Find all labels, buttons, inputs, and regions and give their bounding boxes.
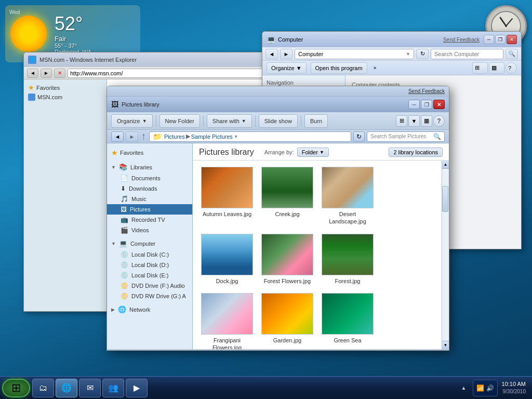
pictures-window: Send Feedback 🖼 Pictures library ─ ❐ ✕ O… bbox=[107, 86, 449, 351]
computer-titlebar[interactable]: 💻 Computer Send Feedback ─ ❐ ✕ bbox=[262, 32, 521, 47]
pic-item-5[interactable]: Forest.jpg bbox=[320, 232, 376, 287]
dvd-g-label: DVD RW Drive (G:) A bbox=[131, 293, 186, 299]
nav-item-documents[interactable]: 📄 Documents bbox=[107, 173, 192, 183]
network-tray-icon[interactable]: 📶 bbox=[476, 384, 484, 392]
nav-search-box[interactable]: Search Sample Pictures 🔍 bbox=[367, 131, 445, 142]
pic-item-6[interactable]: Frangipani Flowers.jpg bbox=[199, 291, 255, 349]
taskbar-item-users[interactable]: 👥 bbox=[102, 379, 124, 397]
breadcrumb-sample-pictures[interactable]: Sample Pictures bbox=[191, 134, 233, 140]
pictures-titlebar[interactable]: 🖼 Pictures library ─ ❐ ✕ bbox=[107, 97, 449, 112]
nav-refresh-btn[interactable]: ↻ bbox=[353, 131, 365, 142]
computer-forward-btn[interactable]: ► bbox=[280, 49, 292, 59]
breadcrumb-pictures[interactable]: Pictures bbox=[164, 134, 185, 140]
system-tray: 📶 🔊 bbox=[473, 380, 498, 396]
nav-item-local-disk-c[interactable]: 💿 Local Disk (C:) bbox=[107, 249, 192, 260]
computer-layout-btn[interactable]: ▦ bbox=[489, 62, 504, 74]
pictures-min-btn[interactable]: ─ bbox=[408, 100, 420, 109]
pictures-restore-btn[interactable]: ❐ bbox=[421, 100, 432, 109]
share-with-btn[interactable]: Share with ▼ bbox=[207, 114, 252, 128]
pic-item-4[interactable]: Forest Flowers.jpg bbox=[259, 232, 315, 287]
nav-forward-btn[interactable]: ► bbox=[126, 131, 138, 142]
computer-search-input[interactable] bbox=[431, 49, 503, 59]
scroll-up-btn[interactable]: ▲ bbox=[442, 161, 449, 169]
pic-item-0[interactable]: Autumn Leaves.jpg bbox=[199, 165, 255, 228]
nav-back-btn[interactable]: ◄ bbox=[111, 131, 124, 142]
volume-tray-icon[interactable]: 🔊 bbox=[486, 384, 494, 392]
view-icon-btn-2[interactable]: ▼ bbox=[408, 115, 420, 127]
computer-search-btn[interactable]: 🔍 bbox=[506, 49, 518, 59]
burn-btn[interactable]: Burn bbox=[304, 114, 328, 128]
pic-item-7[interactable]: Garden.jpg bbox=[259, 291, 315, 349]
computer-organize-btn[interactable]: Organize ▼ bbox=[267, 62, 307, 74]
local-disk-d-label: Local Disk (D:) bbox=[131, 262, 169, 268]
ie-sidebar: ★ Favorites MSN.com bbox=[24, 79, 107, 311]
nav-item-dvd-g[interactable]: 📀 DVD RW Drive (G:) A bbox=[107, 291, 192, 301]
computer-send-feedback[interactable]: Send Feedback bbox=[443, 37, 480, 43]
computer-help-btn[interactable]: ? bbox=[506, 62, 517, 74]
nav-item-dvd-f[interactable]: 📀 DVD Drive (F:) Audio bbox=[107, 281, 192, 291]
nav-path-breadcrumb[interactable]: 📁 Pictures ▶ Sample Pictures ▼ bbox=[149, 131, 351, 142]
taskbar-item-ie[interactable]: 🌐 bbox=[56, 379, 77, 397]
system-clock[interactable]: 10:10 AM 9/30/2010 bbox=[502, 380, 526, 395]
computer-refresh-btn[interactable]: ↻ bbox=[416, 49, 429, 59]
pictures-scrollbar[interactable]: ▲ ▼ bbox=[442, 161, 449, 349]
taskbar-item-explorer[interactable]: 🗂 bbox=[32, 379, 54, 397]
view-layout-btn[interactable]: ▦ bbox=[421, 115, 432, 127]
arrange-value: Folder bbox=[302, 149, 318, 155]
ie-fav-icon bbox=[28, 94, 35, 101]
organize-btn[interactable]: Organize ▼ bbox=[111, 114, 153, 128]
pic-item-8[interactable]: Green Sea bbox=[320, 291, 376, 349]
pic-item-2[interactable]: Desert Landscape.jpg bbox=[320, 165, 376, 228]
pictures-close-btn[interactable]: ✕ bbox=[433, 100, 445, 109]
slide-show-label: Slide show bbox=[264, 118, 292, 124]
computer-open-btn[interactable]: Open this program bbox=[311, 62, 367, 74]
slide-show-btn[interactable]: Slide show bbox=[259, 114, 298, 128]
library-locations-btn[interactable]: 2 library locations bbox=[389, 148, 443, 157]
computer-view-icon-btn[interactable]: ⊞ bbox=[472, 62, 488, 74]
taskbar-item-media[interactable]: ▶ bbox=[126, 379, 148, 397]
computer-close-btn[interactable]: ✕ bbox=[507, 35, 517, 44]
ie-favorites-bar[interactable]: ★ Favorites bbox=[28, 84, 102, 91]
nav-item-local-disk-e[interactable]: 💿 Local Disk (E:) bbox=[107, 270, 192, 281]
nav-item-pictures[interactable]: 🖼 Pictures bbox=[107, 204, 192, 215]
scroll-down-btn[interactable]: ▼ bbox=[442, 341, 449, 349]
libraries-header[interactable]: ▼ 📚 Libraries bbox=[107, 161, 192, 173]
nav-item-videos[interactable]: 🎬 Videos bbox=[107, 225, 192, 235]
help-btn[interactable]: ? bbox=[433, 115, 445, 127]
nav-item-downloads[interactable]: ⬇ Downloads bbox=[107, 183, 192, 194]
nav-item-recorded-tv[interactable]: 📺 Recorded TV bbox=[107, 215, 192, 225]
computer-address-area[interactable]: Computer ▼ bbox=[295, 49, 414, 59]
start-button[interactable]: ⊞ bbox=[2, 379, 30, 397]
search-icon[interactable]: 🔍 bbox=[433, 133, 441, 140]
ie-back-btn[interactable]: ◄ bbox=[27, 69, 38, 78]
breadcrumb-dropdown-arrow[interactable]: ▼ bbox=[234, 134, 238, 139]
computer-expand-btn[interactable]: » bbox=[374, 65, 377, 71]
computer-header[interactable]: ▼ 💻 Computer bbox=[107, 237, 192, 249]
scroll-thumb[interactable] bbox=[442, 186, 448, 212]
taskbar-item-mail[interactable]: ✉ bbox=[79, 379, 101, 397]
nav-item-music[interactable]: 🎵 Music bbox=[107, 194, 192, 204]
library-header: Pictures library Arrange by: Folder ▼ 2 … bbox=[193, 143, 449, 161]
new-folder-btn[interactable]: New Folder bbox=[159, 114, 200, 128]
view-icon-btn-1[interactable]: ⊞ bbox=[396, 115, 407, 127]
taskbar: ⊞ 🗂 🌐 ✉ 👥 ▶ ▲ 📶 🔊 bbox=[0, 376, 532, 399]
computer-min-btn[interactable]: ─ bbox=[484, 35, 494, 44]
ie-stop-btn[interactable]: ✕ bbox=[54, 69, 65, 78]
ie-address-input[interactable] bbox=[68, 69, 271, 78]
ie-forward-btn[interactable]: ► bbox=[41, 69, 52, 78]
pic-item-3[interactable]: Dock.jpg bbox=[199, 232, 255, 287]
computer-back-btn[interactable]: ◄ bbox=[265, 49, 278, 59]
show-desktop-btn[interactable]: ▲ bbox=[461, 385, 467, 391]
pictures-send-feedback[interactable]: Send Feedback bbox=[408, 88, 445, 94]
nav-item-local-disk-d[interactable]: 💿 Local Disk (D:) bbox=[107, 260, 192, 270]
ie-msn-link[interactable]: MSN.com bbox=[28, 94, 102, 101]
pic-thumb-3 bbox=[201, 234, 253, 275]
pic-name-2: Desert Landscape.jpg bbox=[322, 210, 374, 225]
pic-item-1[interactable]: Creek.jpg bbox=[259, 165, 315, 228]
computer-restore-btn[interactable]: ❐ bbox=[495, 35, 506, 44]
network-header[interactable]: ▶ 🌐 Network bbox=[107, 303, 192, 315]
arrange-folder-btn[interactable]: Folder ▼ bbox=[297, 148, 329, 157]
nav-up-btn[interactable]: ↑ bbox=[141, 131, 146, 142]
pic-name-5: Forest.jpg bbox=[335, 277, 361, 285]
favorites-header[interactable]: ★ Favorites bbox=[107, 147, 192, 159]
